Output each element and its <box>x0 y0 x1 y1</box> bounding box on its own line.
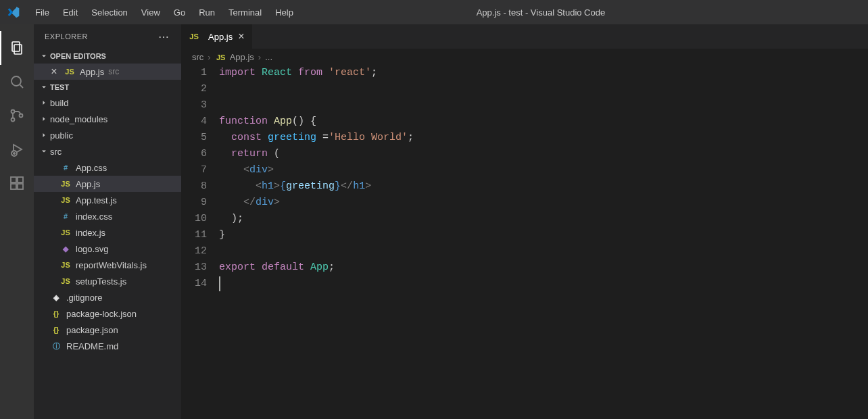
folder-label: node_modules <box>50 114 107 124</box>
file-.gitignore[interactable]: ◈.gitignore <box>34 289 181 305</box>
code-line[interactable]: const greeting ='Hello World'; <box>219 130 868 146</box>
line-number: 6 <box>181 146 207 162</box>
search-icon[interactable] <box>0 65 34 99</box>
sidebar-title: EXPLORER <box>45 32 88 41</box>
git-file-icon: ◈ <box>50 293 62 302</box>
open-editors-section[interactable]: OPEN EDITORS <box>34 49 181 64</box>
code-line[interactable] <box>219 97 868 114</box>
chevron-right-icon: › <box>208 52 210 62</box>
menu-help[interactable]: Help <box>268 5 300 20</box>
file-label: package.json <box>66 325 118 335</box>
extensions-icon[interactable] <box>0 166 34 200</box>
folder-label: build <box>50 98 68 108</box>
folder-node_modules[interactable]: node_modules <box>34 111 181 127</box>
chevron-down-icon <box>39 51 49 61</box>
menu-bar: FileEditSelectionViewGoRunTerminalHelp <box>28 5 300 20</box>
line-gutter: 1234567891011121314 <box>181 65 219 419</box>
file-package-lock.json[interactable]: {}package-lock.json <box>34 305 181 322</box>
menu-run[interactable]: Run <box>192 5 222 20</box>
menu-terminal[interactable]: Terminal <box>222 5 268 20</box>
line-number: 10 <box>181 211 207 227</box>
menu-selection[interactable]: Selection <box>85 5 134 20</box>
js-file-icon: JS <box>59 277 72 285</box>
file-label: App.test.js <box>76 195 117 205</box>
file-logo.svg[interactable]: ◆logo.svg <box>34 241 181 257</box>
code-line[interactable]: ); <box>219 211 868 227</box>
file-label: setupTests.js <box>76 276 126 287</box>
folder-label: src <box>50 147 62 157</box>
code-line[interactable]: export default App; <box>219 260 868 276</box>
close-icon[interactable]: × <box>237 30 245 43</box>
file-label: reportWebVitals.js <box>76 260 147 270</box>
breadcrumb-segment[interactable]: ... <box>265 52 272 62</box>
explorer-icon[interactable] <box>0 31 34 65</box>
js-file-icon: JS <box>64 68 76 76</box>
code-content[interactable]: import React from 'react';function App()… <box>219 65 868 419</box>
svg-point-6 <box>20 114 23 118</box>
menu-edit[interactable]: Edit <box>56 5 85 20</box>
code-line[interactable]: <h1>{greeting}</h1> <box>219 178 868 195</box>
file-App.css[interactable]: #App.css <box>34 159 181 176</box>
svg-point-4 <box>11 110 15 114</box>
file-README.md[interactable]: ⓘREADME.md <box>34 338 181 354</box>
close-icon[interactable]: × <box>49 66 59 78</box>
chevron-right-icon <box>39 130 49 140</box>
js-file-icon: JS <box>59 196 72 204</box>
line-number: 11 <box>181 227 207 243</box>
line-number: 14 <box>181 276 207 292</box>
menu-view[interactable]: View <box>135 5 167 20</box>
file-setupTests.js[interactable]: JSsetupTests.js <box>34 273 181 289</box>
svg-rect-12 <box>18 177 23 182</box>
chevron-right-icon <box>39 114 49 124</box>
open-editors-list: ×JSApp.jssrc <box>34 64 181 80</box>
code-line[interactable] <box>219 81 868 97</box>
svg-file-icon: ◆ <box>59 245 72 253</box>
json-file-icon: {} <box>50 310 62 318</box>
file-index.css[interactable]: #index.css <box>34 208 181 224</box>
code-line[interactable]: } <box>219 227 868 243</box>
js-file-icon: JS <box>59 180 72 188</box>
file-App.js[interactable]: JSApp.js <box>34 176 181 192</box>
folder-public[interactable]: public <box>34 127 181 143</box>
svg-rect-1 <box>14 45 22 54</box>
css-file-icon: # <box>59 212 72 220</box>
code-line[interactable] <box>219 243 868 260</box>
code-area[interactable]: 1234567891011121314 import React from 'r… <box>181 65 868 419</box>
line-number: 8 <box>181 178 207 195</box>
project-section[interactable]: TEST <box>34 80 181 95</box>
breadcrumb-segment[interactable]: src <box>192 52 203 62</box>
file-App.test.js[interactable]: JSApp.test.js <box>34 192 181 208</box>
folder-src[interactable]: src <box>34 143 181 159</box>
folder-build[interactable]: build <box>34 95 181 111</box>
svg-rect-9 <box>11 177 16 182</box>
breadcrumbs[interactable]: src›JSApp.js›... <box>181 49 868 65</box>
js-file-icon: JS <box>188 32 200 41</box>
chevron-right-icon: › <box>258 52 261 62</box>
line-number: 7 <box>181 162 207 178</box>
menu-go[interactable]: Go <box>167 5 192 20</box>
file-package.json[interactable]: {}package.json <box>34 322 181 338</box>
svg-point-2 <box>11 76 21 86</box>
menu-file[interactable]: File <box>28 5 56 20</box>
open-editor-item[interactable]: ×JSApp.jssrc <box>34 64 181 80</box>
run-debug-icon[interactable] <box>0 132 34 166</box>
file-index.js[interactable]: JSindex.js <box>34 224 181 241</box>
file-name: App.js <box>80 67 104 77</box>
source-control-icon[interactable] <box>0 99 34 132</box>
code-line[interactable] <box>219 276 868 292</box>
js-file-icon: JS <box>59 261 72 269</box>
line-number: 12 <box>181 243 207 260</box>
breadcrumb-segment[interactable]: JSApp.js <box>215 52 254 62</box>
code-line[interactable]: function App() { <box>219 114 868 130</box>
tab-App.js[interactable]: JSApp.js× <box>181 24 253 49</box>
editor: JSApp.js× src›JSApp.js›... 1234567891011… <box>181 24 868 419</box>
code-line[interactable]: <div> <box>219 162 868 178</box>
chevron-down-icon <box>39 147 49 156</box>
file-reportWebVitals.js[interactable]: JSreportWebVitals.js <box>34 257 181 273</box>
line-number: 4 <box>181 114 207 130</box>
code-line[interactable]: return ( <box>219 146 868 162</box>
code-line[interactable]: </div> <box>219 195 868 211</box>
css-file-icon: # <box>59 164 72 172</box>
sidebar-more-icon[interactable]: ⋯ <box>158 30 170 43</box>
code-line[interactable]: import React from 'react'; <box>219 65 868 81</box>
